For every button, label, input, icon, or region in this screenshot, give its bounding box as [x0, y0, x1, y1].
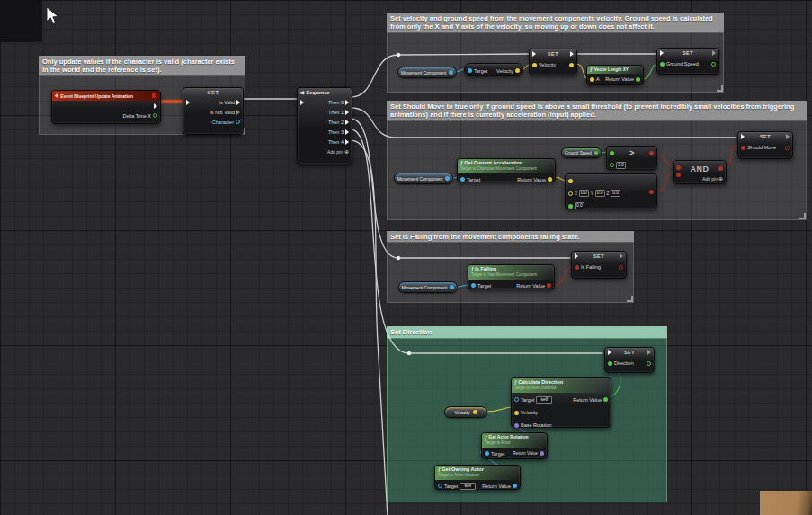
- comment-title[interactable]: Set Is Falling from the movement compone…: [387, 231, 634, 242]
- event-blueprint-update-animation-node[interactable]: ◈ Event Blueprint Update Animation Delta…: [51, 90, 161, 124]
- comment-resize-handle[interactable]: [799, 213, 806, 219]
- exec-out-pin[interactable]: [647, 350, 651, 355]
- a-pin[interactable]: [568, 179, 573, 183]
- is-falling-out-pin[interactable]: [619, 265, 623, 270]
- error-tolerance-pin[interactable]: [568, 204, 573, 209]
- target-pin[interactable]: [514, 397, 519, 402]
- vector-length-xy-node[interactable]: ƒ Vector Length XY A Return Value: [586, 65, 644, 85]
- exec-out-pin[interactable]: [154, 103, 157, 109]
- bool-out-pin[interactable]: [649, 151, 654, 155]
- exec-in-pin[interactable]: [741, 134, 745, 139]
- set-direction-node[interactable]: SET Direction: [604, 347, 655, 373]
- bool-out-pin[interactable]: [649, 190, 654, 194]
- character-pin[interactable]: [236, 120, 240, 124]
- target-pin[interactable]: [460, 177, 465, 182]
- exec-in-pin[interactable]: [186, 100, 190, 105]
- target-pin[interactable]: [468, 68, 472, 73]
- vector-out-pin[interactable]: [473, 410, 477, 414]
- return-value-pin[interactable]: [540, 451, 544, 456]
- movement-component-var-node[interactable]: Movement Component: [398, 281, 458, 293]
- a-pin[interactable]: [610, 151, 614, 155]
- add-pin-icon[interactable]: ⊕: [344, 149, 349, 155]
- return-value-pin[interactable]: [548, 177, 552, 182]
- exec-out-pin[interactable]: [786, 134, 790, 139]
- b-value-field[interactable]: 3.0: [616, 162, 626, 169]
- calculate-direction-node[interactable]: ƒ Calculate Direction Target is Anim Ins…: [511, 377, 611, 428]
- target-self-field[interactable]: self: [460, 483, 476, 490]
- direction-in-pin[interactable]: [608, 361, 612, 366]
- return-value-pin[interactable]: [513, 484, 517, 488]
- should-move-in-pin[interactable]: [741, 146, 745, 150]
- return-value-pin[interactable]: [636, 77, 640, 82]
- add-pin-icon[interactable]: ⊕: [718, 176, 723, 182]
- get-velocity-node[interactable]: Target Velocity: [464, 63, 523, 76]
- sequence-node[interactable]: ⇉ Sequence Then 0 Then 1 Then 2 Then 3 T…: [297, 87, 352, 164]
- b-pin[interactable]: [568, 191, 573, 196]
- b-pin[interactable]: [610, 163, 614, 167]
- return-value-pin[interactable]: [547, 283, 551, 288]
- comment-resize-handle[interactable]: [627, 296, 633, 302]
- velocity-var-node[interactable]: Velocity: [444, 406, 487, 418]
- add-pin-label[interactable]: Add pin: [327, 149, 343, 155]
- and-node[interactable]: AND Add pin ⊕: [673, 160, 727, 184]
- comment-resize-handle[interactable]: [717, 85, 723, 92]
- tolerance-field[interactable]: 0.0: [575, 202, 584, 209]
- ground-speed-in-pin[interactable]: [660, 62, 665, 67]
- ground-speed-out-pin[interactable]: [711, 62, 716, 67]
- greater-node[interactable]: > 3.0: [606, 146, 657, 170]
- direction-out-pin[interactable]: [647, 361, 651, 366]
- exec-out-pin[interactable]: [570, 51, 574, 57]
- not-equal-vector-node[interactable]: X 0.0 Y 0.0 Z 0.0 0.0: [565, 173, 657, 209]
- get-current-acceleration-node[interactable]: ƒ Get Current Acceleration Target is Cha…: [457, 158, 556, 182]
- delta-time-pin[interactable]: [153, 113, 157, 118]
- velocity-in-pin[interactable]: [532, 63, 537, 67]
- set-velocity-node[interactable]: SET Velocity: [529, 49, 577, 75]
- is-falling-in-pin[interactable]: [575, 265, 579, 270]
- target-pin[interactable]: [485, 451, 489, 456]
- get-character-valid-node[interactable]: GET Is Valid Is Not Valid Character: [183, 87, 244, 135]
- x-value-field[interactable]: 0.0: [579, 190, 589, 197]
- z-value-field[interactable]: 0.0: [611, 190, 620, 197]
- y-value-field[interactable]: 0.0: [595, 190, 605, 197]
- return-value-pin[interactable]: [603, 397, 608, 402]
- object-out-pin[interactable]: [445, 176, 450, 181]
- set-is-falling-node[interactable]: SET Is Falling: [571, 251, 627, 279]
- object-out-pin[interactable]: [449, 70, 453, 75]
- comment-title[interactable]: Set Direction: [387, 326, 667, 338]
- comment-title[interactable]: Set velocity and ground speed from the m…: [387, 13, 724, 32]
- get-owning-actor-node[interactable]: ƒ Get Owning Actor Target is Anim Instan…: [434, 465, 521, 490]
- then3-exec-pin[interactable]: [345, 129, 349, 135]
- exec-out-pin[interactable]: [620, 253, 623, 259]
- comment-title[interactable]: Only update values if the character is v…: [39, 56, 245, 75]
- then2-exec-pin[interactable]: [345, 120, 349, 125]
- should-move-out-pin[interactable]: [785, 146, 790, 150]
- ground-speed-var-node[interactable]: Ground Speed: [561, 147, 602, 158]
- get-actor-rotation-node[interactable]: ƒ Get Actor Rotation Target is Actor Tar…: [481, 432, 548, 459]
- velocity-out-pin[interactable]: [569, 63, 574, 67]
- exec-in-pin[interactable]: [532, 51, 536, 57]
- is-valid-exec-pin[interactable]: [236, 100, 240, 105]
- target-pin[interactable]: [471, 283, 476, 288]
- then1-exec-pin[interactable]: [345, 110, 349, 115]
- movement-component-var-node[interactable]: Movement Component: [397, 67, 457, 78]
- movement-component-var-node[interactable]: Movement Component: [394, 173, 453, 184]
- velocity-pin[interactable]: [514, 411, 519, 415]
- exec-in-pin[interactable]: [300, 100, 304, 105]
- add-pin-label[interactable]: Add pin: [702, 176, 718, 182]
- is-not-valid-exec-pin[interactable]: [236, 110, 240, 115]
- exec-out-pin[interactable]: [712, 50, 716, 56]
- is-falling-node[interactable]: ƒ Is Falling Target is Nav Movement Comp…: [468, 264, 555, 289]
- object-out-pin[interactable]: [450, 285, 454, 289]
- set-ground-speed-node[interactable]: SET Ground Speed: [656, 48, 719, 75]
- float-out-pin[interactable]: [594, 151, 598, 155]
- blueprint-graph-canvas[interactable]: Only update values if the character is v…: [0, 0, 812, 515]
- a-pin[interactable]: [590, 77, 594, 82]
- comment-title[interactable]: Set Should Move to true only if ground s…: [387, 101, 807, 120]
- target-self-field[interactable]: self: [536, 396, 552, 404]
- exec-in-pin[interactable]: [575, 253, 578, 259]
- base-rotation-pin[interactable]: [514, 423, 519, 428]
- exec-in-pin[interactable]: [608, 350, 611, 355]
- then0-exec-pin[interactable]: [345, 100, 349, 105]
- then4-exec-pin[interactable]: [345, 139, 349, 145]
- target-pin[interactable]: [438, 484, 442, 488]
